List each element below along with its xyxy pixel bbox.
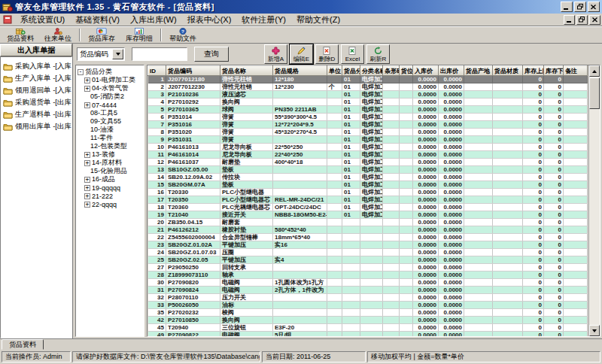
column-header[interactable]: 备注	[564, 66, 588, 76]
cell[interactable]: 0.0000	[413, 129, 439, 136]
expand-icon[interactable]: +	[84, 185, 90, 191]
tree-node-label[interactable]: 19-qqqqq	[92, 184, 120, 192]
cell[interactable]: 0.0000	[413, 121, 439, 129]
cell[interactable]: T20350	[166, 196, 220, 204]
cell[interactable]: 0.0000	[439, 211, 464, 219]
cell[interactable]	[360, 256, 383, 264]
cell[interactable]	[464, 76, 493, 83]
column-header[interactable]: 货品分类	[342, 66, 360, 76]
expand-icon[interactable]: +	[84, 102, 90, 108]
cell[interactable]: 0.0000	[439, 121, 464, 129]
cell[interactable]: T21040	[166, 211, 220, 219]
cell[interactable]	[564, 241, 588, 249]
cell[interactable]: 0	[523, 287, 544, 294]
cell[interactable]: 0.0000	[439, 234, 464, 241]
cell[interactable]: 0	[544, 309, 564, 317]
cell[interactable]: 55*390*300*4.5	[273, 114, 327, 121]
cell[interactable]	[493, 76, 523, 83]
cell[interactable]	[327, 136, 342, 144]
tree-node-label[interactable]: 07-4444	[92, 102, 117, 109]
cell[interactable]: 0.0000	[439, 309, 464, 317]
cell[interactable]: 0	[544, 234, 564, 241]
vertical-scrollbar[interactable]	[588, 65, 600, 336]
cell[interactable]	[327, 241, 342, 249]
cell[interactable]: J2077012180	[166, 76, 220, 83]
cell[interactable]	[383, 174, 400, 181]
cell[interactable]: 0.0000	[413, 324, 439, 332]
chevron-down-icon[interactable]	[112, 49, 123, 59]
cell[interactable]	[564, 279, 588, 287]
cell[interactable]: 电焊加工	[360, 91, 383, 99]
cell[interactable]: 33	[148, 302, 166, 309]
cell[interactable]: 0	[523, 279, 544, 287]
cell[interactable]: 12	[148, 159, 166, 166]
cell[interactable]	[564, 181, 588, 189]
scrollbar-thumb[interactable]	[589, 77, 600, 109]
mdi-minimize-button[interactable]	[564, 15, 575, 25]
cell[interactable]: 弹簧	[220, 121, 273, 129]
collapse-icon[interactable]: -	[78, 69, 84, 75]
cell[interactable]	[464, 189, 493, 196]
cell[interactable]	[564, 189, 588, 196]
cell[interactable]: 0	[523, 219, 544, 226]
tree-node-label[interactable]: 16-成品	[92, 174, 115, 184]
cell[interactable]: 01	[342, 166, 360, 174]
cell[interactable]	[360, 249, 383, 256]
cell[interactable]: P46161013	[166, 144, 220, 151]
cell[interactable]: 01	[342, 181, 360, 189]
cell[interactable]	[383, 287, 400, 294]
cell[interactable]: 0.0000	[439, 159, 464, 166]
cell[interactable]: 0	[544, 256, 564, 264]
cell[interactable]: 0.0000	[439, 166, 464, 174]
cell[interactable]	[327, 317, 342, 324]
cell[interactable]	[564, 136, 588, 144]
cell[interactable]	[383, 309, 400, 317]
cell[interactable]: 0.0000	[439, 317, 464, 324]
cell[interactable]: 18mm*65*40	[273, 234, 327, 241]
cell[interactable]: 电磁阀	[220, 287, 273, 294]
cell[interactable]	[464, 151, 493, 159]
cell[interactable]: 23	[148, 241, 166, 249]
cell[interactable]: 27	[148, 264, 166, 271]
cell[interactable]	[564, 166, 588, 174]
cell[interactable]: 01	[342, 174, 360, 181]
tree-node[interactable]: +22-qqqq	[78, 200, 144, 208]
cell[interactable]: 0.0000	[439, 279, 464, 287]
cell[interactable]: 回转支承	[220, 264, 273, 271]
table-row[interactable]: 14SB20.12.09A.02传拉块01电焊加工0.00000.000000	[148, 174, 588, 181]
column-header[interactable]: 入库价	[413, 66, 439, 76]
cell[interactable]	[564, 287, 588, 294]
cell[interactable]	[464, 121, 493, 129]
cell[interactable]: P29050250	[166, 264, 220, 271]
cell[interactable]: 0	[544, 159, 564, 166]
cell[interactable]	[400, 324, 413, 332]
cell[interactable]	[327, 219, 342, 226]
column-header[interactable]: 出库价	[439, 66, 464, 76]
column-header[interactable]: 货位	[400, 66, 413, 76]
cell[interactable]	[383, 121, 400, 129]
table-row[interactable]: 42P27010850换向阀0.00000.000000	[148, 317, 588, 324]
cell[interactable]: 01	[342, 83, 360, 91]
cell[interactable]: 01	[342, 91, 360, 99]
table-row[interactable]: 33P50026050油标0.00000.000000	[148, 302, 588, 309]
cell[interactable]: J2077012230	[166, 83, 220, 91]
cell[interactable]: 电焊加工	[360, 166, 383, 174]
cell[interactable]: 0	[523, 83, 544, 91]
cell[interactable]: 0	[544, 249, 564, 256]
close-button[interactable]	[588, 2, 600, 12]
cell[interactable]: 液压滤芯	[220, 91, 273, 99]
cell[interactable]	[400, 76, 413, 83]
cell[interactable]: 01	[342, 106, 360, 114]
cell[interactable]: 0	[523, 114, 544, 121]
cell[interactable]	[383, 294, 400, 302]
cell[interactable]: 合金异型锤棒	[220, 234, 273, 241]
cell[interactable]: 2	[148, 83, 166, 91]
cell[interactable]	[464, 309, 493, 317]
cell[interactable]	[464, 106, 493, 114]
expand-icon[interactable]: +	[84, 202, 90, 208]
cell[interactable]: 0	[523, 196, 544, 204]
cell[interactable]	[464, 264, 493, 271]
toolbar-partners-button[interactable]: 往来单位	[39, 27, 77, 43]
cell[interactable]	[327, 234, 342, 241]
tree-node[interactable]: +16-成品	[78, 175, 144, 184]
